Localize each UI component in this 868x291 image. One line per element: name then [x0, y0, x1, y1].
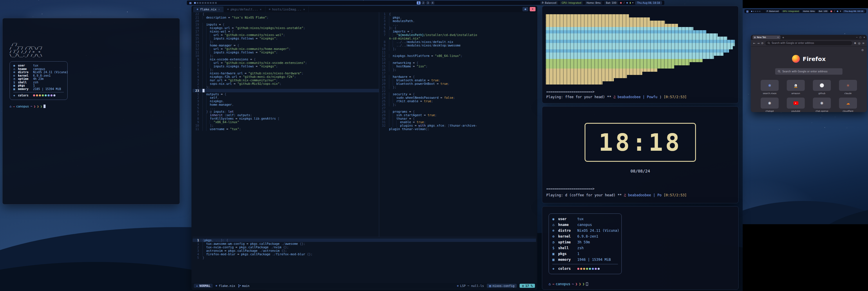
- workspace-square[interactable]: [199, 2, 201, 4]
- browser-tab-bar: New Tab × + ─▢✕: [751, 35, 867, 40]
- music-icon[interactable]: ♪: [623, 1, 625, 4]
- fetch-panel[interactable]: ◉usertux⌂hnamecanopus❄distroNixOS 24.11 …: [542, 206, 739, 290]
- workspace-square[interactable]: [759, 11, 761, 12]
- tab-close-icon[interactable]: ×: [303, 8, 305, 11]
- firefox-window[interactable]: New Tab × + ─▢✕ ← → ⟳ Search with Google…: [751, 35, 867, 112]
- shortcut-tile[interactable]: ☁cloudflare: [837, 97, 859, 112]
- lsp-label: LSP ~ null-ls: [460, 284, 484, 288]
- shortcut-tile[interactable]: ❋chat.openai: [811, 97, 833, 112]
- buffer-pkgs-default-nix[interactable]: 1{pkgs, ...}: {1▏ tux-awesome-wm-config …: [193, 237, 536, 283]
- shell-prompt[interactable]: ⌂→canopus~❯❯❯: [9, 105, 173, 108]
- close-icon[interactable]: ×: [530, 7, 535, 11]
- tab-close-icon[interactable]: ×: [777, 36, 779, 39]
- line-number: 13: [193, 43, 203, 47]
- code-line: 22: [379, 89, 536, 92]
- gear-icon[interactable]: ⚙: [861, 49, 864, 52]
- fetch-row: ◉usertux: [13, 64, 64, 67]
- close-icon[interactable]: ✕: [863, 36, 865, 39]
- fetch-value: canopus: [577, 222, 592, 228]
- menu-icon[interactable]: ▦: [746, 10, 749, 13]
- record-icon[interactable]: ●: [620, 1, 622, 4]
- workspace-square[interactable]: [202, 2, 204, 4]
- tab-close-icon[interactable]: ×: [260, 8, 262, 11]
- minimize-icon[interactable]: ─: [856, 36, 857, 39]
- menu-icon[interactable]: ≡: [862, 41, 865, 45]
- bluetooth-icon[interactable]: ◆: [626, 1, 628, 4]
- clock-widget[interactable]: Thu Aug 08, 18:18: [843, 10, 865, 12]
- browser-tab[interactable]: New Tab ×: [752, 35, 780, 39]
- bluetooth-icon[interactable]: ◆: [837, 10, 838, 12]
- visualizer-row: [546, 46, 733, 49]
- extensions-icon[interactable]: ❖: [854, 41, 857, 45]
- workspace-square[interactable]: [197, 2, 198, 4]
- chevron-icon: ❯: [37, 105, 39, 108]
- workspace-square[interactable]: [194, 2, 196, 4]
- tag-button[interactable]: 4: [431, 1, 435, 4]
- workspace-square[interactable]: [753, 11, 754, 12]
- code-text: ▏ ▏ ▏ url = "github:nix-community/home-m…: [203, 47, 379, 51]
- fetch-label: uptime: [558, 239, 577, 245]
- workspace-square[interactable]: [212, 2, 214, 4]
- battery-icon[interactable]: ▮: [629, 1, 631, 4]
- star: [781, 112, 781, 113]
- editor-tab[interactable]: ❄pkgs/default...×: [224, 6, 265, 12]
- new-tab-button[interactable]: +: [782, 36, 784, 39]
- terminal-window[interactable]: __ / /___ ____ __ / __/ / / /\ \/ / / /_…: [2, 18, 180, 204]
- reload-icon[interactable]: ⟳: [761, 41, 764, 45]
- shortcut-tile[interactable]: ✳claude: [837, 80, 859, 95]
- forward-icon[interactable]: →: [757, 41, 760, 45]
- editor-window[interactable]: ❄flake.nix×❄pkgs/default...×❄hosts/isoIm…: [191, 6, 537, 290]
- account-icon[interactable]: ◎: [858, 41, 861, 45]
- editor-tab[interactable]: ❄hosts/isoImag...×: [266, 6, 309, 12]
- tab-favicon: [754, 37, 756, 38]
- workspace-square[interactable]: [757, 11, 758, 12]
- code-text: ▏ ▏ ...: [203, 106, 379, 110]
- workspace-square[interactable]: [751, 11, 752, 12]
- tag-button[interactable]: 3: [426, 1, 430, 4]
- shortcut-tile[interactable]: ❋chatgpt: [759, 97, 780, 112]
- digital-clock: 18:18: [585, 123, 696, 162]
- hname-icon: ⌂: [13, 67, 18, 71]
- workspace-square[interactable]: [205, 2, 206, 4]
- clock-panel[interactable]: 18:18 08/08/24 ======================> P…: [542, 106, 739, 203]
- openai-icon: ❋: [820, 101, 824, 106]
- tag-button[interactable]: 1: [417, 1, 421, 4]
- visualizer-row: [546, 30, 706, 33]
- folder-icon: ▤: [489, 284, 491, 288]
- editor-tab[interactable]: ❄flake.nix×: [193, 6, 224, 12]
- fetch-value: tux: [577, 216, 584, 222]
- tag-button[interactable]: 2: [422, 1, 425, 4]
- shortcut-tile[interactable]: aamazon: [785, 80, 806, 95]
- urlbar[interactable]: Search with Google or enter address: [765, 41, 852, 45]
- tile-icon-box: ❋: [813, 97, 831, 109]
- music-icon[interactable]: ♪: [834, 10, 835, 12]
- star: [812, 122, 812, 123]
- dropdown-icon[interactable]: ▾: [840, 10, 841, 12]
- status-badge: GPU: Integrated: [781, 10, 800, 12]
- workspace-square[interactable]: [755, 11, 756, 12]
- shell-prompt[interactable]: ⌂→canopus~❯❯❯: [549, 282, 588, 286]
- shortcut-tile[interactable]: ❄search.nixos: [759, 80, 780, 95]
- back-icon[interactable]: ←: [753, 41, 755, 45]
- buffer-flake-nix[interactable]: 22{21▏ description = "tux's NixOS Flake"…: [193, 12, 379, 237]
- buffer-iso-nix[interactable]: 1{2▏ pkgs,3▏ modulesPath,4▏ ...5}: {6▏ i…: [379, 12, 536, 237]
- shortcut-tile[interactable]: github: [811, 80, 833, 95]
- fetch-label: uptime: [18, 77, 33, 81]
- tab-close-icon[interactable]: ×: [218, 8, 220, 11]
- eye-icon[interactable]: ◉: [523, 7, 528, 11]
- workspace-square[interactable]: [215, 2, 217, 4]
- visualizer-panel[interactable]: ======================> Playing: ffee fo…: [542, 6, 739, 104]
- menu-icon[interactable]: ▦: [189, 1, 192, 4]
- clock-time: 18:18: [599, 129, 682, 156]
- line-number: 5: [193, 256, 203, 259]
- shortcut-tile[interactable]: ▸youtube: [785, 97, 806, 112]
- workspace-square[interactable]: [210, 2, 212, 4]
- workspace-square[interactable]: [207, 2, 209, 4]
- clock-widget[interactable]: Thu Aug 08, 18:18: [635, 1, 662, 5]
- maximize-icon[interactable]: ▢: [860, 36, 862, 39]
- code-text: ▏ ▏ bluetooth.powerOnBoot = true;: [389, 82, 536, 85]
- dropdown-icon[interactable]: ▾: [632, 1, 633, 4]
- record-icon[interactable]: ●: [830, 10, 832, 12]
- search-input[interactable]: Search with Google or enter address: [775, 68, 842, 75]
- line-number: 20: [379, 82, 389, 85]
